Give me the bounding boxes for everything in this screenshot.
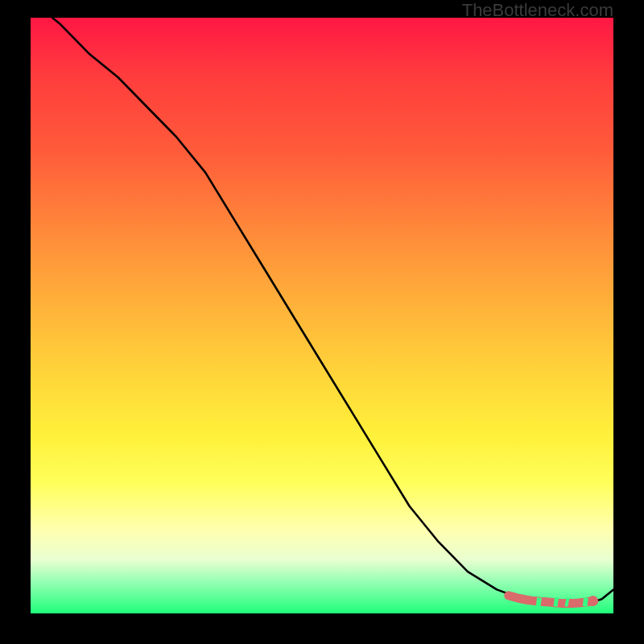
marker-gap xyxy=(583,602,588,603)
marker-band xyxy=(509,596,593,604)
curve-markers xyxy=(509,596,599,606)
chart-svg xyxy=(31,18,613,613)
watermark-text: TheBottleneck.com xyxy=(462,0,613,21)
marker-gap xyxy=(566,602,569,603)
chart-frame: TheBottleneck.com xyxy=(0,0,644,644)
curve-line xyxy=(31,0,613,604)
marker-gap xyxy=(554,602,558,603)
marker-end-dot xyxy=(588,596,598,606)
marker-gap xyxy=(536,602,541,603)
plot-area xyxy=(31,18,613,613)
